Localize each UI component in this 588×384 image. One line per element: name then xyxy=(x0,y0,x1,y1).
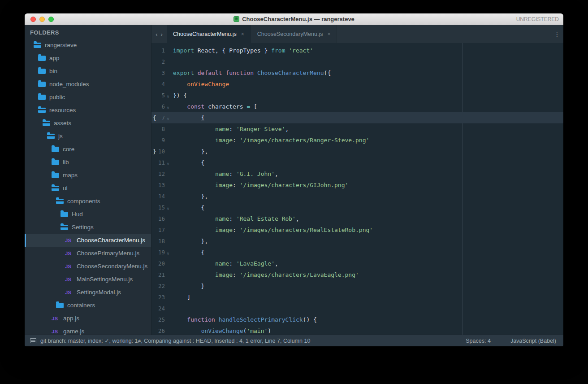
tree-folder-node-modules[interactable]: node_modules xyxy=(25,78,151,91)
code-text: }) { xyxy=(171,92,187,99)
tree-folder-maps[interactable]: maps xyxy=(25,169,151,182)
code-line-16[interactable]: 16 name: 'Real Estate Rob', xyxy=(151,213,563,224)
folder-tree: rangersteveappbinnode_modulespublicresou… xyxy=(25,39,151,335)
tree-item-label: components xyxy=(67,198,100,205)
code-line-20[interactable]: 20 name: 'LavaEagle', xyxy=(151,258,563,269)
code-line-11[interactable]: 11∨ { xyxy=(151,157,563,168)
tab-overflow-button[interactable]: ⋮ xyxy=(551,25,563,43)
code-line-15[interactable]: 15∨ { xyxy=(151,202,563,213)
code-token xyxy=(173,137,215,144)
fold-arrow-icon[interactable]: ∨ xyxy=(165,205,171,211)
folder-icon xyxy=(56,303,64,308)
code-token: image xyxy=(215,137,233,144)
code-editor[interactable]: 1import React, { PropTypes } from 'react… xyxy=(151,43,563,335)
close-tab-icon[interactable]: × xyxy=(327,31,330,37)
code-line-6[interactable]: 6∨ const characters = [ xyxy=(151,101,563,112)
code-token xyxy=(173,126,215,132)
code-token xyxy=(173,103,187,110)
code-line-23[interactable]: 23 ] xyxy=(151,292,563,303)
tree-folder-app[interactable]: app xyxy=(25,52,151,65)
code-line-17[interactable]: 17 image: '/images/characters/RealEstate… xyxy=(151,224,563,236)
code-token xyxy=(173,327,201,334)
fold-arrow-icon[interactable]: ∨ xyxy=(165,249,171,256)
tree-file-choosecharactermenu-js[interactable]: JSChooseCharacterMenu.js xyxy=(25,234,151,247)
tree-file-app-js[interactable]: JSapp.js xyxy=(25,312,151,325)
fold-arrow-icon[interactable]: ∨ xyxy=(165,160,171,166)
code-text: name: 'G.I. John', xyxy=(171,170,278,177)
tree-folder-components[interactable]: components xyxy=(25,195,151,208)
code-line-7[interactable]: {7∨ { xyxy=(151,112,563,123)
tree-folder-bin[interactable]: bin xyxy=(25,65,151,78)
editor-column: ‹ › ChooseCharacterMenu.js×ChooseSeconda… xyxy=(151,25,563,335)
code-line-13[interactable]: 13 image: '/images/characters/GIJohn.png… xyxy=(151,179,563,191)
code-line-19[interactable]: 19∨ { xyxy=(151,247,563,258)
code-line-18[interactable]: 18 }, xyxy=(151,236,563,247)
code-token: : xyxy=(229,215,236,222)
code-line-26[interactable]: 26 onViewChange('main') xyxy=(151,325,563,335)
js-file-icon: JS xyxy=(65,277,73,282)
fold-arrow-icon[interactable]: ∨ xyxy=(165,115,171,121)
tree-item-label: ChooseSecondaryMenu.js xyxy=(77,263,147,270)
tree-folder-ui[interactable]: ui xyxy=(25,182,151,195)
code-token: () { xyxy=(303,316,317,323)
tab-label: ChooseSecondaryMenu.js xyxy=(257,31,323,37)
tree-folder-core[interactable]: core xyxy=(25,143,151,156)
tree-file-choosesecondarymenu-js[interactable]: JSChooseSecondaryMenu.js xyxy=(25,260,151,273)
minimize-window-button[interactable] xyxy=(39,17,45,22)
tree-folder-settings[interactable]: Settings xyxy=(25,221,151,234)
code-line-5[interactable]: 5∨}) { xyxy=(151,90,563,101)
tree-folder-resources[interactable]: resources xyxy=(25,104,151,117)
close-window-button[interactable] xyxy=(30,17,36,22)
fold-arrow-icon[interactable]: ∨ xyxy=(165,104,171,110)
code-line-10[interactable]: }10 }, xyxy=(151,146,563,157)
code-line-22[interactable]: 22 } xyxy=(151,280,563,292)
tree-folder-lib[interactable]: lib xyxy=(25,156,151,169)
indent-setting[interactable]: Spaces: 4 xyxy=(466,338,491,344)
line-number: 3 xyxy=(156,70,165,76)
zoom-window-button[interactable] xyxy=(48,17,54,22)
code-line-2[interactable]: 2 xyxy=(151,56,563,67)
panel-toggle-icon[interactable] xyxy=(30,338,36,343)
tree-folder-assets[interactable]: assets xyxy=(25,117,151,130)
syntax-setting[interactable]: JavaScript (Babel) xyxy=(510,338,556,344)
tree-folder-hud[interactable]: Hud xyxy=(25,208,151,221)
code-text: { xyxy=(171,249,204,256)
code-line-24[interactable]: 24 xyxy=(151,303,563,314)
code-token: ) xyxy=(268,327,271,334)
folder-open-icon xyxy=(52,186,59,191)
code-token: '/images/characters/RealEstateRob.png' xyxy=(240,227,373,233)
code-line-12[interactable]: 12 name: 'G.I. John', xyxy=(151,168,563,179)
code-line-8[interactable]: 8 name: 'Ranger Steve', xyxy=(151,123,563,135)
code-line-14[interactable]: 14 }, xyxy=(151,191,563,202)
tab-bar: ‹ › ChooseCharacterMenu.js×ChooseSeconda… xyxy=(151,25,563,43)
tree-file-mainsettingsmenu-js[interactable]: JSMainSettingsMenu.js xyxy=(25,273,151,286)
code-token: : xyxy=(229,126,236,132)
tree-item-label: SettingsModal.js xyxy=(77,289,121,296)
next-tab-button[interactable]: › xyxy=(161,31,163,38)
line-number: 4 xyxy=(156,81,165,87)
tree-folder-js[interactable]: js xyxy=(25,130,151,143)
tree-folder-public[interactable]: public xyxy=(25,91,151,104)
code-line-25[interactable]: 25 function handleSelectPrimaryClick() { xyxy=(151,314,563,325)
code-text: }, xyxy=(171,148,208,155)
tree-file-game-js[interactable]: JSgame.js xyxy=(25,325,151,335)
tree-folder-containers[interactable]: containers xyxy=(25,299,151,312)
code-line-21[interactable]: 21 image: '/images/characters/LavaEagle.… xyxy=(151,269,563,280)
code-line-3[interactable]: 3export default function ChooseCharacter… xyxy=(151,67,563,79)
prev-tab-button[interactable]: ‹ xyxy=(156,31,157,38)
code-token: }) { xyxy=(173,92,187,99)
code-token xyxy=(173,227,215,233)
fold-arrow-icon[interactable]: ∨ xyxy=(165,92,171,99)
code-token: } xyxy=(173,283,204,289)
tree-folder-rangersteve[interactable]: rangersteve xyxy=(25,39,151,52)
tree-file-chooseprimarymenu-js[interactable]: JSChoosePrimaryMenu.js xyxy=(25,247,151,260)
close-tab-icon[interactable]: × xyxy=(241,31,244,37)
tab-choosecharactermenu-js[interactable]: ChooseCharacterMenu.js× xyxy=(167,25,251,43)
code-line-1[interactable]: 1import React, { PropTypes } from 'react… xyxy=(151,45,563,56)
code-line-4[interactable]: 4 onViewChange xyxy=(151,79,563,90)
folder-open-icon xyxy=(34,43,41,48)
tree-file-settingsmodal-js[interactable]: JSSettingsModal.js xyxy=(25,286,151,299)
tab-choosesecondarymenu-js[interactable]: ChooseSecondaryMenu.js× xyxy=(251,25,337,43)
code-line-9[interactable]: 9 image: '/images/characters/Ranger-Stev… xyxy=(151,135,563,146)
line-number: 23 xyxy=(156,294,165,301)
